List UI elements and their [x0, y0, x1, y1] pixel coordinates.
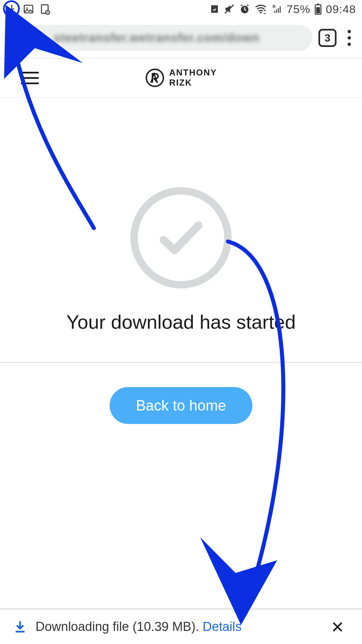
cta-panel: Back to home [0, 363, 362, 424]
back-to-home-button[interactable]: Back to home [110, 387, 252, 424]
clock-text: 09:48 [326, 3, 356, 16]
image-icon [23, 3, 34, 15]
screenshot-icon [40, 3, 51, 15]
battery-icon [314, 3, 322, 15]
success-check-icon [130, 187, 232, 288]
mute-icon [224, 3, 235, 15]
tab-switcher[interactable]: 3 [318, 29, 337, 47]
close-icon[interactable] [331, 621, 344, 633]
tab-count-value: 3 [324, 32, 330, 44]
browser-toolbar: steetransfer.wetransfer.com/down 3 [0, 18, 362, 58]
svg-rect-4 [211, 5, 218, 13]
details-link[interactable]: Details [202, 620, 241, 634]
svg-rect-10 [316, 7, 320, 13]
address-bar[interactable]: steetransfer.wetransfer.com/down [27, 25, 312, 51]
logo-mark-icon [145, 68, 165, 88]
headline-text: Your download has started [66, 311, 296, 333]
lock-icon [36, 32, 46, 44]
site-header: ANTHONY RIZK [0, 58, 362, 98]
data-saver-icon [209, 4, 220, 14]
svg-point-1 [26, 7, 28, 9]
overflow-menu-icon[interactable] [343, 30, 356, 46]
download-icon [6, 3, 17, 15]
android-status-bar: R 75% 09:48 [0, 0, 362, 18]
download-snackbar: Downloading file (10.39 MB). Details [0, 608, 362, 644]
svg-rect-14 [16, 631, 25, 632]
download-arrow-icon [13, 620, 27, 634]
hamburger-icon[interactable] [21, 72, 39, 84]
wifi-icon [254, 4, 267, 14]
svg-point-7 [260, 12, 261, 13]
svg-point-13 [146, 69, 163, 87]
url-text: steetransfer.wetransfer.com/down [54, 31, 259, 45]
battery-percent: 75% [287, 3, 310, 16]
alarm-icon [239, 3, 250, 15]
svg-text:R: R [273, 4, 276, 9]
signal-icon: R [271, 4, 283, 14]
logo-line2: RIZK [169, 78, 217, 88]
svg-rect-12 [38, 37, 44, 43]
logo-line1: ANTHONY [169, 68, 217, 78]
download-confirmation-panel: Your download has started [0, 98, 362, 363]
site-logo[interactable]: ANTHONY RIZK [39, 68, 323, 88]
snackbar-text: Downloading file (10.39 MB). Details [36, 620, 242, 634]
svg-rect-11 [317, 4, 319, 5]
home-icon[interactable] [3, 29, 21, 47]
